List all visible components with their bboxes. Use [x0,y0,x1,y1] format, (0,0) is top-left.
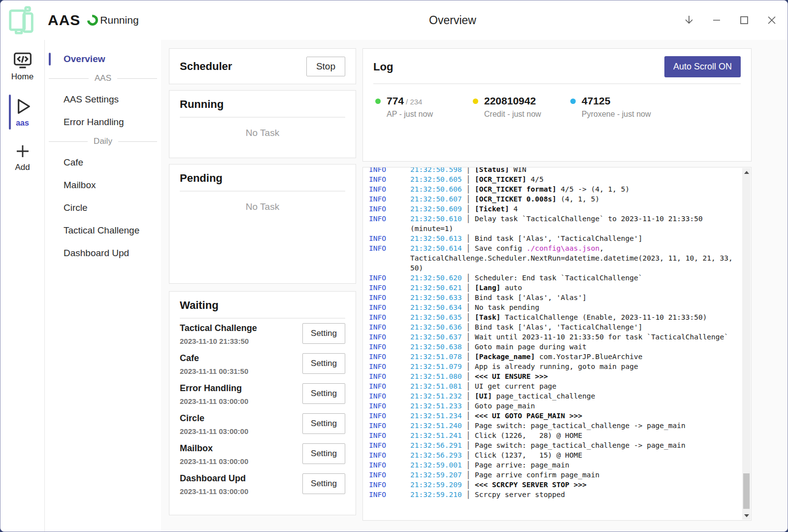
scrollbar-thumb[interactable] [743,473,750,509]
log-separator: │ [462,313,475,321]
log-level: INFO [369,352,410,362]
log-message: 21:32:50.636 │ Bind task ['Alas', 'Tacti… [410,322,733,332]
log-message-segment: Wait until 2023-11-10 21:33:50 for task … [475,333,728,341]
nav-item-aas-settings[interactable]: AAS Settings [45,90,161,109]
log-message-segment: 4 [509,205,518,213]
log-entry: INFO21:32:50.638 │ Goto main page during… [369,342,733,352]
nav-section-label: Daily [94,136,112,146]
log-level: INFO [369,243,410,273]
rail-item-home[interactable]: Home [0,50,44,84]
minimize-button[interactable] [711,14,722,26]
log-separator: │ [462,471,475,479]
nav-panel: Overview AAS AAS Settings Error Handling… [45,40,161,532]
task-time: 2023-11-11 00:31:50 [180,367,248,375]
task-info: Tactical Challenge 2023-11-10 21:33:50 [180,323,257,349]
nav-item-dashboard-upd[interactable]: Dashboard Upd [45,244,161,263]
log-timestamp: 21:32:51.240 [410,422,462,430]
rail-item-aas[interactable]: aas [0,95,44,130]
icon-rail: Home aas Add [0,40,45,532]
log-timestamp: 21:32:56.291 [410,441,462,449]
setting-button[interactable]: Setting [302,383,345,404]
log-entry: INFO21:32:51.078 │ [Package_name] com.Yo… [369,352,733,362]
stat-text: 47125 Pyroxene - just now [582,95,651,119]
setting-button[interactable]: Setting [302,443,345,464]
log-entry: INFO21:32:50.613 │ Bind task ['Alas', 'T… [369,233,733,243]
rail-item-add[interactable]: Add [0,140,44,174]
left-column: Scheduler Stop Running No Task Pending N… [169,48,356,532]
download-arrow-icon [684,14,694,26]
log-message-segment: Page switch: page_tactical_challenge -> … [475,422,686,430]
stat-label: Credit - just now [484,110,541,119]
log-entry: INFO21:32:50.633 │ Bind task ['Alas', 'A… [369,293,733,302]
log-message: 21:32:50.634 │ No task pending [410,302,733,312]
log-message-segment: Click (1237, 15) @ HOME [475,451,582,459]
log-timestamp: 21:32:59.210 [410,491,462,499]
log-message: 21:32:50.609 │ [Ticket] 4 [410,204,733,214]
setting-button[interactable]: Setting [302,473,345,494]
setting-button[interactable]: Setting [302,353,345,374]
stat-value: 220810942 [484,95,536,106]
nav-item-error-handling[interactable]: Error Handling [45,113,161,132]
log-message-segment: Goto page_main [475,402,535,410]
nav-item-label: Mailbox [64,180,96,190]
log-scrollbar[interactable] [742,168,751,520]
log-entry: INFO21:32:51.079 │ App is already runnin… [369,362,733,371]
rail-label-home: Home [11,72,33,82]
maximize-button[interactable] [738,14,750,26]
maximize-icon [739,15,749,25]
log-entry: INFO21:32:51.241 │ Click (1226, 28) @ HO… [369,431,733,440]
log-message-segment: com.YostarJP.BlueArchive [535,353,642,361]
waiting-task-row: Mailbox 2023-11-11 03:00:00 Setting [180,443,345,469]
setting-button[interactable]: Setting [302,323,345,344]
log-message: 21:32:50.633 │ Bind task ['Alas', 'Alas'… [410,293,733,302]
nav-item-overview[interactable]: Overview [45,50,161,68]
scroll-up-button[interactable] [742,168,751,176]
rail-active-indicator [9,95,11,130]
nav-active-indicator [49,53,51,66]
waiting-card: Waiting Tactical Challenge 2023-11-10 21… [169,291,356,515]
nav-item-cafe[interactable]: Cafe [45,153,161,172]
nav-item-circle[interactable]: Circle [45,199,161,217]
log-level: INFO [369,411,410,421]
waiting-task-row: Error Handling 2023-11-11 03:00:00 Setti… [180,383,345,409]
divider-line [117,78,157,79]
log-entry: INFO21:32:50.606 │ [OCR_TICKET format] 4… [369,184,733,194]
log-message-segment: No task pending [475,303,539,311]
log-timestamp: 21:32:50.637 [410,333,462,341]
log-message-segment: <<< UI GOTO PAGE_MAIN >>> [475,412,582,420]
log-entry: INFO21:32:56.293 │ Click (1237, 15) @ HO… [369,450,733,460]
auto-scroll-button[interactable]: Auto Scroll ON [664,56,741,77]
log-timestamp: 21:32:59.001 [410,461,462,469]
rail-label-add: Add [15,163,30,172]
log-panel[interactable]: INFO21:32:50.598 │ [Status] WININFO21:32… [362,167,752,521]
task-name: Cafe [180,353,248,364]
rail-label-aas: aas [16,119,29,128]
divider-line [49,78,89,79]
log-separator: │ [462,353,475,361]
task-info: Mailbox 2023-11-11 03:00:00 [180,443,248,469]
log-message-segment: (4, 1, 5) [557,195,599,203]
setting-button[interactable]: Setting [302,413,345,434]
log-message: 21:32:50.610 │ Delay task `TacticalChall… [410,214,733,233]
stop-button[interactable]: Stop [306,57,345,76]
log-entry: INFO21:32:50.637 │ Wait until 2023-11-10… [369,332,733,342]
log-timestamp: 21:32:51.080 [410,372,462,380]
log-message: 21:32:50.635 │ [Task] TacticalChallenge … [410,312,733,322]
log-separator: │ [462,402,475,410]
running-spinner-icon [85,13,100,28]
download-update-button[interactable] [683,14,695,26]
log-entry: INFO21:32:50.607 │ [OCR_TICKET 0.008s] (… [369,194,733,204]
log-title: Log [373,61,393,73]
log-entry: INFO21:32:51.234 │ <<< UI GOTO PAGE_MAIN… [369,411,733,421]
waiting-task-row: Cafe 2023-11-11 00:31:50 Setting [180,353,345,379]
log-timestamp: 21:32:51.233 [410,402,462,410]
log-message-segment: [Package_name] [475,353,535,361]
log-separator: │ [462,167,475,173]
scroll-down-button[interactable] [742,511,751,520]
log-separator: │ [462,294,475,301]
nav-item-tactical-challenge[interactable]: Tactical Challenge [45,221,161,240]
close-button[interactable] [766,14,778,26]
log-timestamp: 21:32:50.610 [410,215,462,223]
log-separator: │ [462,284,475,292]
nav-item-mailbox[interactable]: Mailbox [45,176,161,195]
